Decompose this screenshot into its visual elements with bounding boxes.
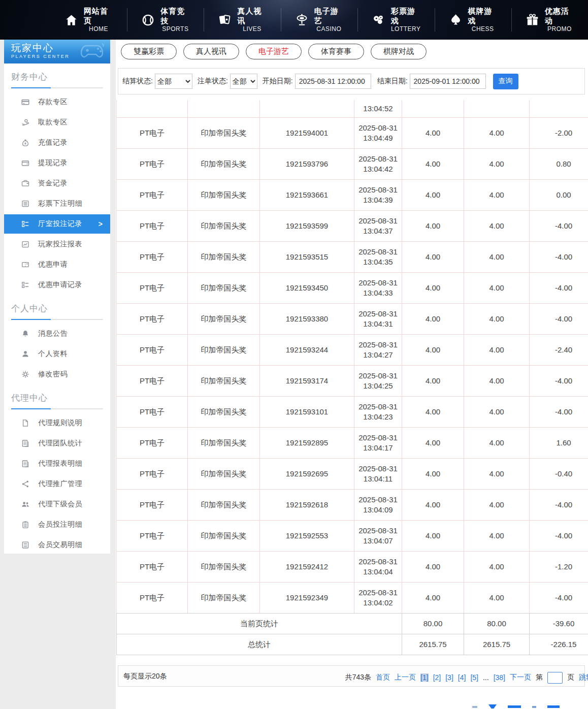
cell-game-name: 印加帝国头奖: [188, 551, 260, 582]
page-link[interactable]: [2]: [433, 673, 441, 682]
cell-bet-amount: 4.00: [402, 520, 464, 551]
cell-valid-amount: 4.00: [464, 148, 530, 179]
nav-item-sports[interactable]: 体育竞技SPORTS: [127, 8, 204, 31]
tab-真人视讯[interactable]: 真人视讯: [183, 44, 239, 59]
nav-item-promo[interactable]: 优惠活动PROMO: [512, 8, 588, 31]
sidebar-item[interactable]: 存款专区: [4, 92, 110, 112]
sidebar-item[interactable]: 会员投注明细: [4, 514, 110, 535]
nav-item-home[interactable]: 网站首页HOME: [51, 8, 127, 31]
sidebar-item-label: 存款专区: [38, 98, 68, 107]
sidebar-item[interactable]: 代理下级会员: [4, 494, 110, 514]
sidebar-item[interactable]: 优惠申请记录: [4, 275, 110, 295]
sidebar-item[interactable]: 提现记录: [4, 153, 110, 173]
cell-order-no: 1921593244: [260, 334, 354, 365]
cell-game: PT电子: [117, 179, 188, 210]
tab-电子游艺[interactable]: 电子游艺: [246, 44, 302, 59]
table-row: PT电子印加帝国头奖19215937962025-08-3113:04:424.…: [117, 148, 588, 179]
bell-icon: [21, 330, 29, 338]
sidebar-item-label: 彩票下注明细: [38, 199, 82, 208]
cell-order-no: 1921592895: [260, 427, 354, 458]
nav-item-lives[interactable]: 真人视讯LIVES: [204, 8, 281, 31]
sidebar-item[interactable]: 玩家投注报表: [4, 234, 110, 254]
doc-lines-icon: [21, 541, 29, 550]
cell-bet-amount: 4.00: [402, 148, 464, 179]
wallet-icon: [21, 159, 29, 168]
query-button[interactable]: 查询: [493, 74, 518, 89]
cell-win-loss: -4.00: [530, 272, 588, 303]
order-status-select[interactable]: 全部: [230, 74, 257, 89]
sidebar-item-label: 优惠申请: [38, 260, 68, 269]
sidebar-item[interactable]: 消息公告: [4, 324, 110, 344]
cell-order-no: 1921592695: [260, 458, 354, 489]
sidebar-item[interactable]: 个人资料: [4, 344, 110, 364]
start-date-input[interactable]: [295, 74, 371, 89]
cell-game: PT电子: [117, 148, 188, 179]
cell-valid-amount: 4.00: [464, 179, 530, 210]
first-page-link[interactable]: 首页: [376, 673, 390, 682]
cell-game: PT电子: [117, 303, 188, 334]
jump-prefix: 第: [536, 673, 543, 682]
jump-page-input[interactable]: [547, 672, 563, 684]
nav-label-zh: 棋牌游戏: [468, 7, 498, 26]
page-link[interactable]: [3]: [445, 673, 453, 682]
cell-datetime: 2025-08-3113:04:17: [354, 427, 402, 458]
cell-win-loss: -1.20: [530, 551, 588, 582]
sidebar-item-label: 代理规则说明: [38, 418, 82, 428]
sidebar-item[interactable]: 代理报表明细: [4, 454, 110, 474]
prev-page-link[interactable]: 上一页: [395, 673, 416, 682]
settle-status-select[interactable]: 全部: [155, 74, 192, 89]
table-row: PT电子印加帝国头奖19215935992025-08-3113:04:374.…: [117, 210, 588, 241]
last-page-link[interactable]: [38]: [494, 673, 505, 682]
cell-time: 13:04:52: [354, 100, 402, 117]
page-link[interactable]: [1]: [420, 673, 429, 682]
nav-label-zh: 网站首页: [84, 7, 113, 26]
cell-game: PT电子: [117, 520, 188, 551]
sidebar-item[interactable]: 彩票下注明细: [4, 194, 110, 214]
table-row: PT电子印加帝国头奖19215926952025-08-3113:04:114.…: [117, 458, 588, 489]
page-link[interactable]: [4]: [458, 673, 466, 682]
next-page-link[interactable]: 下一页: [510, 673, 531, 682]
cell-datetime: 2025-08-3113:04:25: [354, 365, 402, 396]
form-list-icon: [21, 220, 29, 229]
sidebar-item[interactable]: 优惠申请: [4, 254, 110, 275]
sidebar-item[interactable]: 修改密码: [4, 364, 110, 384]
sidebar-item[interactable]: 资金记录: [4, 173, 110, 194]
cell-bet-amount: 4.00: [402, 396, 464, 427]
sidebar-item[interactable]: 厅室投注记录>: [4, 214, 110, 234]
cell-order-no: 1921593515: [260, 241, 354, 272]
cell-win-loss: -4.00: [530, 303, 588, 334]
jump-button[interactable]: 跳转: [579, 673, 588, 682]
share-icon: [21, 480, 29, 489]
nav-item-casino[interactable]: 电子游艺CASINO: [281, 8, 358, 31]
end-date-input[interactable]: [410, 74, 486, 89]
section-underline: [11, 87, 103, 88]
sidebar-item[interactable]: 会员交易明细: [4, 535, 110, 555]
users-icon: [21, 500, 29, 509]
sidebar-item-label: 修改密码: [38, 370, 68, 379]
nav-label-zh: 真人视讯: [237, 7, 267, 26]
nav-item-chess[interactable]: 棋牌游戏CHESS: [435, 8, 512, 31]
cell-bet-amount: 4.00: [402, 582, 464, 613]
cell-valid-amount: 4.00: [464, 117, 530, 148]
cell-game: PT电子: [117, 117, 188, 148]
sidebar-item[interactable]: 代理规则说明: [4, 413, 110, 433]
sidebar-section-title: 财务中心: [4, 63, 110, 92]
gear-icon: [21, 370, 29, 379]
sidebar-item[interactable]: 充值记录: [4, 133, 110, 153]
sidebar-item[interactable]: 代理团队统计: [4, 433, 110, 454]
nav-item-lottery[interactable]: 彩票游戏LOTTERY: [358, 8, 435, 31]
cell-order-no: 1921594001: [260, 117, 354, 148]
cell-datetime: 2025-08-3113:04:02: [354, 582, 402, 613]
cell-order-no: 1921592553: [260, 520, 354, 551]
cell-game-name: 印加帝国头奖: [188, 458, 260, 489]
sidebar-item[interactable]: 取款专区: [4, 112, 110, 133]
tab-棋牌对战[interactable]: 棋牌对战: [371, 44, 427, 59]
page-link[interactable]: [5]: [470, 673, 478, 682]
sports-ball-icon: [141, 13, 155, 27]
sidebar-item[interactable]: 代理推广管理: [4, 474, 110, 494]
cell-order-no: 1921593380: [260, 303, 354, 334]
cell-win-loss: -4.00: [530, 396, 588, 427]
tab-雙赢彩票[interactable]: 雙赢彩票: [121, 44, 177, 59]
cell-valid-amount: 4.00: [464, 458, 530, 489]
tab-体育赛事[interactable]: 体育赛事: [308, 44, 364, 59]
